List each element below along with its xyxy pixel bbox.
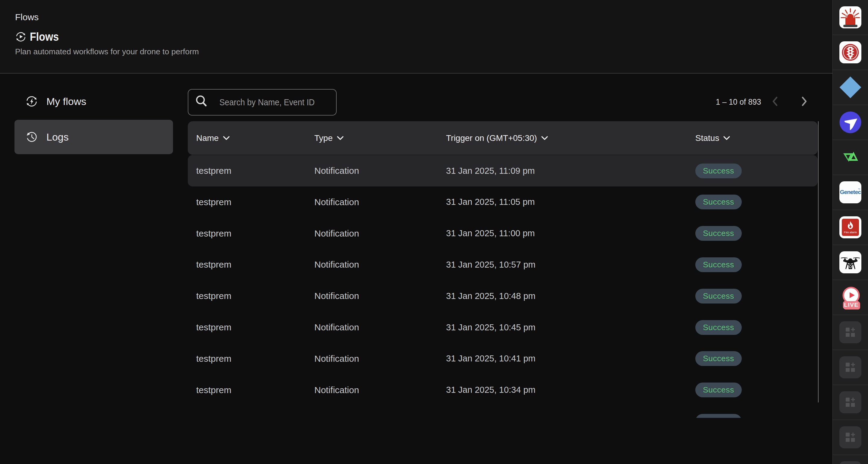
svg-text:LIVE: LIVE (844, 302, 858, 308)
svg-text:Fire alarm: Fire alarm (844, 231, 857, 234)
